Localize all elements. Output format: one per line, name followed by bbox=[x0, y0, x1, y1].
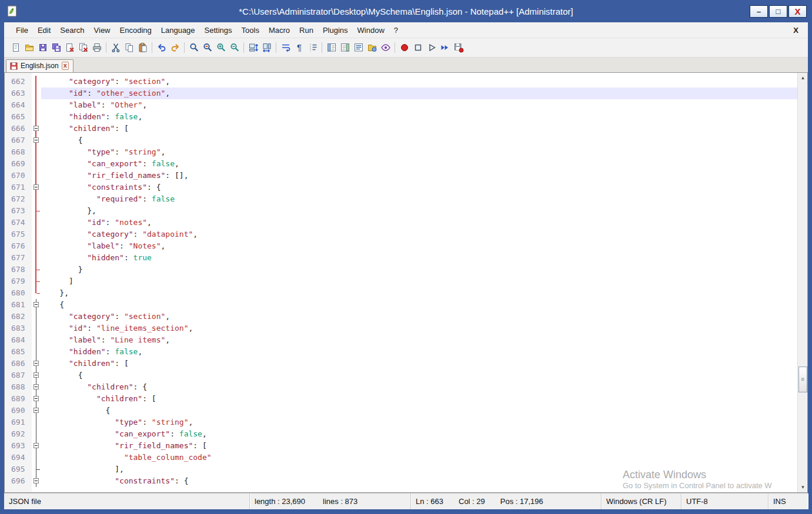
folder-as-workspace-icon[interactable] bbox=[365, 41, 379, 55]
document-list-icon[interactable] bbox=[352, 41, 365, 55]
code-line-664[interactable]: 664 "label": "Other", bbox=[5, 99, 797, 111]
code-line-678[interactable]: 678 } bbox=[5, 264, 797, 276]
maximize-button[interactable]: □ bbox=[769, 5, 787, 18]
code-line-684[interactable]: 684 "label": "Line items", bbox=[5, 334, 797, 346]
save-file-icon[interactable] bbox=[36, 41, 49, 55]
undo-icon[interactable] bbox=[155, 41, 168, 55]
code-line-666[interactable]: 666 "children": [ bbox=[5, 123, 797, 135]
fold-toggle-icon[interactable] bbox=[32, 299, 41, 311]
scrollbar-thumb[interactable]: ≡ bbox=[798, 367, 807, 392]
code-line-681[interactable]: 681 { bbox=[5, 299, 797, 311]
document-map-icon[interactable] bbox=[338, 41, 352, 55]
title-bar[interactable]: *C:\Users\Administrator\Desktop\MySchema… bbox=[4, 0, 808, 22]
code-line-691[interactable]: 691 "type": "string", bbox=[5, 416, 797, 428]
menu-encoding[interactable]: Encoding bbox=[115, 23, 156, 37]
code-line-674[interactable]: 674 "id": "notes", bbox=[5, 217, 797, 229]
code-line-667[interactable]: 667 { bbox=[5, 135, 797, 146]
vertical-scrollbar[interactable]: ▲ ≡ ▼ bbox=[797, 73, 807, 492]
code-line-686[interactable]: 686 "children": [ bbox=[5, 358, 797, 369]
paste-icon[interactable] bbox=[136, 41, 149, 55]
sync-vertical-scrolling-icon[interactable] bbox=[246, 41, 260, 55]
zoom-out-icon[interactable] bbox=[228, 41, 241, 55]
close-file-icon[interactable] bbox=[63, 41, 76, 55]
function-list-icon[interactable] bbox=[325, 41, 338, 55]
code-line-685[interactable]: 685 "hidden": false, bbox=[5, 346, 797, 358]
code-line-689[interactable]: 689 "children": [ bbox=[5, 393, 797, 405]
new-file-icon[interactable] bbox=[9, 41, 22, 55]
fold-toggle-icon[interactable] bbox=[32, 381, 41, 393]
fold-toggle-icon[interactable] bbox=[32, 393, 41, 405]
menu-edit[interactable]: Edit bbox=[33, 23, 55, 37]
replace-icon[interactable] bbox=[201, 41, 214, 55]
open-file-icon[interactable] bbox=[22, 41, 36, 55]
fold-toggle-icon[interactable] bbox=[32, 182, 41, 193]
code-line-675[interactable]: 675 "category": "datapoint", bbox=[5, 229, 797, 240]
code-line-693[interactable]: 693 "rir_field_names": [ bbox=[5, 440, 797, 452]
menu-view[interactable]: View bbox=[89, 23, 115, 37]
code-line-680[interactable]: 680 }, bbox=[5, 287, 797, 299]
menubar-close-icon[interactable]: X bbox=[793, 26, 798, 35]
show-all-characters-icon[interactable]: ¶ bbox=[292, 41, 306, 55]
code-line-669[interactable]: 669 "can_export": false, bbox=[5, 158, 797, 170]
fold-toggle-icon[interactable] bbox=[32, 405, 41, 416]
menu-run[interactable]: Run bbox=[295, 23, 318, 37]
macro-playback-icon[interactable] bbox=[425, 41, 438, 55]
status-encoding[interactable]: UTF-8 bbox=[681, 493, 768, 509]
status-eol-format[interactable]: Windows (CR LF) bbox=[602, 493, 681, 509]
menu-settings[interactable]: Settings bbox=[200, 23, 237, 37]
menu-help[interactable]: ? bbox=[389, 23, 403, 37]
code-line-683[interactable]: 683 "id": "line_items_section", bbox=[5, 322, 797, 334]
menu-search[interactable]: Search bbox=[55, 23, 89, 37]
code-line-676[interactable]: 676 "label": "Notes", bbox=[5, 240, 797, 252]
code-line-694[interactable]: 694 "table_column_code" bbox=[5, 452, 797, 463]
menu-macro[interactable]: Macro bbox=[264, 23, 295, 37]
menu-tools[interactable]: Tools bbox=[237, 23, 264, 37]
code-line-690[interactable]: 690 { bbox=[5, 405, 797, 416]
scroll-down-icon[interactable]: ▼ bbox=[798, 482, 808, 492]
code-line-670[interactable]: 670 "rir_field_names": [], bbox=[5, 170, 797, 182]
tab-close-icon[interactable]: x bbox=[62, 62, 69, 70]
macro-run-multiple-icon[interactable] bbox=[438, 41, 452, 55]
scroll-up-icon[interactable]: ▲ bbox=[798, 73, 808, 83]
code-area[interactable]: 662 "category": "section",663 "id": "oth… bbox=[5, 73, 797, 492]
word-wrap-icon[interactable] bbox=[279, 41, 292, 55]
fold-toggle-icon[interactable] bbox=[32, 369, 41, 381]
copy-icon[interactable] bbox=[122, 41, 136, 55]
code-line-677[interactable]: 677 "hidden": true bbox=[5, 252, 797, 264]
zoom-in-icon[interactable] bbox=[214, 41, 228, 55]
fold-toggle-icon[interactable] bbox=[32, 475, 41, 487]
macro-record-icon[interactable] bbox=[397, 41, 411, 55]
code-line-663[interactable]: 663 "id": "other_section", bbox=[5, 88, 797, 99]
close-all-icon[interactable] bbox=[76, 41, 90, 55]
tab-english-json[interactable]: English.json x bbox=[6, 59, 73, 72]
code-line-687[interactable]: 687 { bbox=[5, 369, 797, 381]
code-line-672[interactable]: 672 "required": false bbox=[5, 193, 797, 205]
close-button[interactable]: X bbox=[788, 5, 807, 18]
fold-toggle-icon[interactable] bbox=[32, 440, 41, 452]
fold-toggle-icon[interactable] bbox=[32, 123, 41, 135]
menu-window[interactable]: Window bbox=[353, 23, 389, 37]
code-line-668[interactable]: 668 "type": "string", bbox=[5, 146, 797, 158]
minimize-button[interactable]: – bbox=[750, 5, 768, 18]
fold-toggle-icon[interactable] bbox=[32, 135, 41, 146]
menu-language[interactable]: Language bbox=[156, 23, 200, 37]
code-line-682[interactable]: 682 "category": "section", bbox=[5, 311, 797, 322]
redo-icon[interactable] bbox=[168, 41, 182, 55]
save-all-icon[interactable] bbox=[49, 41, 63, 55]
code-line-673[interactable]: 673 }, bbox=[5, 205, 797, 217]
code-line-665[interactable]: 665 "hidden": false, bbox=[5, 111, 797, 123]
code-line-671[interactable]: 671 "constraints": { bbox=[5, 182, 797, 193]
code-line-662[interactable]: 662 "category": "section", bbox=[5, 76, 797, 88]
find-icon[interactable] bbox=[187, 41, 201, 55]
code-line-679[interactable]: 679 ] bbox=[5, 276, 797, 287]
code-line-692[interactable]: 692 "can_export": false, bbox=[5, 428, 797, 440]
cut-icon[interactable] bbox=[109, 41, 122, 55]
menu-plugins[interactable]: Plugins bbox=[318, 23, 353, 37]
fold-toggle-icon[interactable] bbox=[32, 358, 41, 369]
status-insert-mode[interactable]: INS bbox=[768, 493, 808, 509]
sync-horizontal-scrolling-icon[interactable] bbox=[260, 41, 273, 55]
macro-save-icon[interactable] bbox=[452, 41, 465, 55]
macro-stop-icon[interactable] bbox=[411, 41, 425, 55]
print-icon[interactable] bbox=[90, 41, 103, 55]
code-line-688[interactable]: 688 "children": { bbox=[5, 381, 797, 393]
